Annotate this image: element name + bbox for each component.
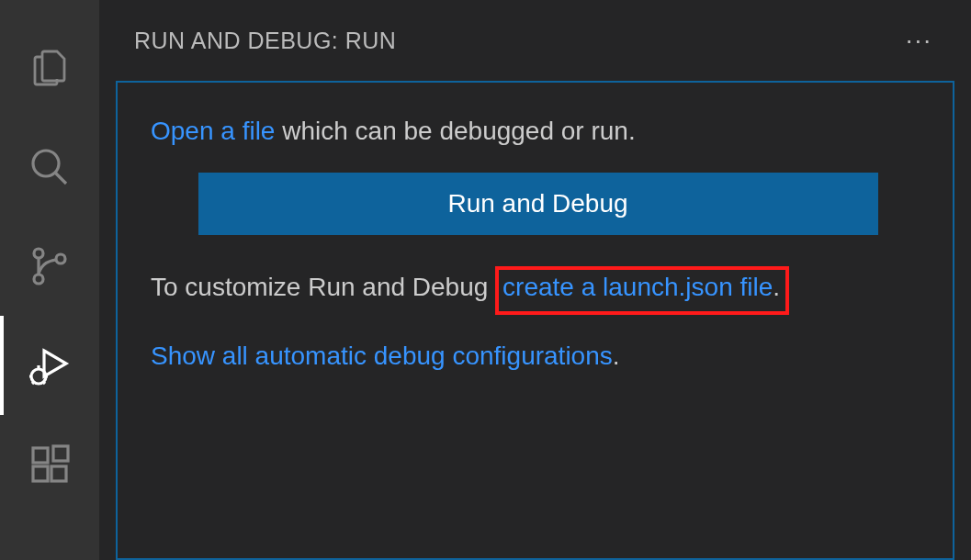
extensions-icon[interactable] [0, 415, 99, 514]
svg-line-10 [32, 382, 34, 384]
run-debug-panel: Open a file which can be debugged or run… [116, 81, 954, 560]
svg-point-0 [33, 151, 59, 176]
customize-text: To customize Run and Debug [151, 273, 495, 301]
svg-line-1 [55, 173, 66, 184]
svg-point-2 [34, 249, 43, 258]
run-debug-sidebar: RUN AND DEBUG: RUN ··· Open a file which… [99, 0, 971, 560]
svg-rect-14 [51, 466, 66, 481]
period: . [613, 342, 620, 370]
source-control-icon[interactable] [0, 217, 99, 316]
open-file-link[interactable]: Open a file [151, 117, 275, 145]
open-file-text: which can be debugged or run. [275, 117, 635, 145]
svg-rect-12 [33, 448, 48, 463]
sidebar-title: RUN AND DEBUG: RUN [134, 28, 396, 54]
show-all-line: Show all automatic debug configurations. [151, 337, 925, 375]
svg-rect-15 [53, 446, 68, 461]
svg-marker-5 [44, 351, 66, 376]
show-all-configs-link[interactable]: Show all automatic debug configurations [151, 342, 613, 370]
customize-line: To customize Run and Debug create a laun… [151, 266, 925, 315]
run-and-debug-button[interactable]: Run and Debug [198, 173, 878, 235]
svg-line-11 [43, 382, 45, 384]
create-launch-highlight: create a launch.json file. [495, 266, 789, 315]
svg-rect-13 [33, 466, 48, 481]
explorer-icon[interactable] [0, 18, 99, 118]
svg-point-3 [34, 274, 43, 284]
period: . [773, 273, 780, 301]
run-debug-icon[interactable] [0, 316, 99, 415]
sidebar-header: RUN AND DEBUG: RUN ··· [99, 0, 971, 81]
search-icon[interactable] [0, 118, 99, 217]
svg-point-4 [56, 254, 65, 263]
more-actions-icon[interactable]: ··· [906, 26, 932, 55]
create-launch-link[interactable]: create a launch.json file [502, 273, 773, 301]
activity-bar [0, 0, 99, 560]
open-file-line: Open a file which can be debugged or run… [151, 112, 925, 151]
